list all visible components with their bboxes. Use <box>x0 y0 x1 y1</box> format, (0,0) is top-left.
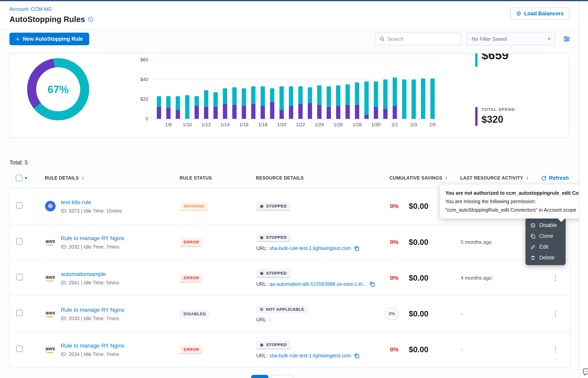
kebab-menu-icon[interactable]: ⋮ <box>552 346 559 353</box>
x-tick-label: 1/14 <box>220 122 230 127</box>
chart-bar <box>157 96 161 119</box>
x-axis-line <box>151 119 440 119</box>
url-label: URL: <box>256 245 268 251</box>
row-checkbox[interactable] <box>16 310 23 316</box>
copy-icon[interactable] <box>354 246 359 251</box>
menu-item-clone[interactable]: Clone <box>525 231 566 242</box>
bars-group <box>157 60 435 119</box>
x-tick-label: 1/30 <box>371 122 381 127</box>
select-all-checkbox[interactable] <box>16 175 22 181</box>
y-tick-label: $20 <box>132 96 148 102</box>
resource-url-link[interactable]: - <box>269 317 271 323</box>
search-box[interactable] <box>375 33 461 45</box>
refresh-label: Refresh <box>549 175 569 181</box>
rule-name-link[interactable]: Rule to manage RY Nginx <box>61 343 124 349</box>
menu-item-label: Delete <box>539 255 555 261</box>
account-breadcrumb[interactable]: Account: CCM-NG <box>9 6 52 12</box>
table-row: aws Rule to manage RY Nginx ID: 2032 | I… <box>10 224 570 260</box>
rule-name-link[interactable]: Rule to manage RY Nginx <box>61 235 124 241</box>
copy-icon[interactable] <box>354 353 359 359</box>
x-tick-label: 1/26 <box>334 122 343 127</box>
row-checkbox[interactable] <box>16 202 23 209</box>
new-autostopping-rule-button[interactable]: + New AutoStopping Rule <box>9 33 89 45</box>
chart-bar <box>308 87 312 119</box>
x-tick-label: 1/24 <box>315 122 324 127</box>
row-checkbox[interactable] <box>16 274 23 281</box>
resource-state-badge: ◉STOPPED <box>256 269 291 278</box>
chevron-down-icon[interactable]: ▾ <box>25 175 27 181</box>
sort-icon[interactable]: ▲▼ <box>82 176 84 180</box>
search-input[interactable] <box>387 36 457 42</box>
y-tick-label: $60 <box>132 57 148 63</box>
row-checkbox[interactable] <box>16 238 23 245</box>
resource-state-badge: ◉STOPPED <box>256 341 291 349</box>
last-activity: - <box>452 347 547 353</box>
aws-icon: aws <box>45 310 55 317</box>
savings-amount: $0.00 <box>409 238 428 247</box>
load-balancers-button[interactable]: ⚙ Load Balancers <box>510 7 570 20</box>
resource-url-link[interactable]: sha-bulk-rule-test-1.lightwingtest.com <box>269 245 351 251</box>
resource-state-badge: ◉STOPPED <box>256 202 291 211</box>
menu-item-edit[interactable]: Edit <box>525 242 566 252</box>
total-savings-legend: $659 <box>475 53 509 67</box>
resource-url-link[interactable]: qa-automation-alb-515563988.us-east-1.el… <box>269 281 366 287</box>
info-icon[interactable] <box>88 17 93 22</box>
last-activity: - <box>452 311 547 317</box>
rule-name-link[interactable]: automationsample <box>61 271 106 277</box>
load-balancers-label: Load Balancers <box>524 11 564 17</box>
menu-item-label: Disable <box>539 222 557 228</box>
rule-status-badge: ERROR <box>180 238 203 247</box>
chart-bar <box>232 87 237 119</box>
savings-percent: 0% <box>385 239 398 245</box>
menu-item-delete[interactable]: Delete <box>525 252 566 263</box>
resource-url-link[interactable]: sha-bulk-rule-test-1.lightwingtest.com <box>269 353 351 359</box>
chart-bar <box>327 86 331 119</box>
kebab-menu-icon[interactable]: ⋮ <box>552 310 559 317</box>
saved-filter-dropdown[interactable]: No Filter Saved ▾ <box>467 33 555 45</box>
rule-status-badge: ERROR <box>180 274 203 283</box>
chart-bar <box>430 79 435 119</box>
chart-bar <box>166 96 171 119</box>
copy-icon[interactable] <box>370 282 375 287</box>
sort-icon[interactable]: ▲▼ <box>526 176 528 180</box>
rule-meta: ID: 2034 | Idle Time: 7mins <box>61 351 124 357</box>
savings-percent: 0% <box>385 346 398 353</box>
aws-icon: aws <box>45 239 55 246</box>
rule-meta: ID: 2032 | Idle Time: 7mins <box>61 244 124 250</box>
chart-bar <box>355 82 359 119</box>
savings-amount: $0.00 <box>409 202 428 211</box>
row-actions-menu: DisableCloneEditDelete <box>525 218 566 265</box>
clone-icon <box>530 233 536 239</box>
col-cumulative-savings: CUMULATIVE SAVINGS <box>390 176 442 181</box>
chart-bar <box>242 88 246 119</box>
rule-name-link[interactable]: test-k8s-rule <box>61 199 91 205</box>
chart-bar <box>336 85 340 119</box>
refresh-button[interactable]: Refresh <box>541 175 569 181</box>
chart-bar <box>223 88 227 119</box>
main-content: Account: CCM-NG AutoStopping Rules ⚙ Loa… <box>0 1 579 378</box>
chat-help-button[interactable] <box>583 367 588 378</box>
state-icon: ◉ <box>260 271 264 275</box>
row-checkbox[interactable] <box>16 345 23 352</box>
kebab-menu-icon[interactable]: ⋮ <box>552 274 559 282</box>
page-title: AutoStopping Rules <box>9 14 85 24</box>
chart-bar <box>289 86 293 119</box>
saved-filter-value: No Filter Saved <box>472 36 507 42</box>
chart-bar <box>213 92 218 119</box>
total-count: Total: 5 <box>9 159 570 166</box>
savings-donut-chart: 67% <box>27 58 89 120</box>
chart-bar <box>194 96 199 119</box>
rule-status-badge: ERROR <box>180 346 203 354</box>
total-spend-value: $320 <box>482 114 515 125</box>
rule-name-link[interactable]: Rule to manage RY Nginx <box>61 307 124 313</box>
filter-button[interactable] <box>563 36 570 42</box>
tooltip-line-3: "ccm_autoStoppingRule_edit Connectors" i… <box>445 206 579 214</box>
aws-icon: aws <box>45 346 55 353</box>
chart-bar <box>421 79 425 119</box>
pagination-current-page[interactable] <box>251 375 268 378</box>
pagination-next-page[interactable] <box>271 375 293 378</box>
chart-bar <box>298 86 303 119</box>
disable-icon <box>530 223 536 228</box>
sort-icon[interactable]: ▲▼ <box>445 176 447 180</box>
table-row: aws Rule to manage RY Nginx ID: 2034 | I… <box>10 331 570 367</box>
